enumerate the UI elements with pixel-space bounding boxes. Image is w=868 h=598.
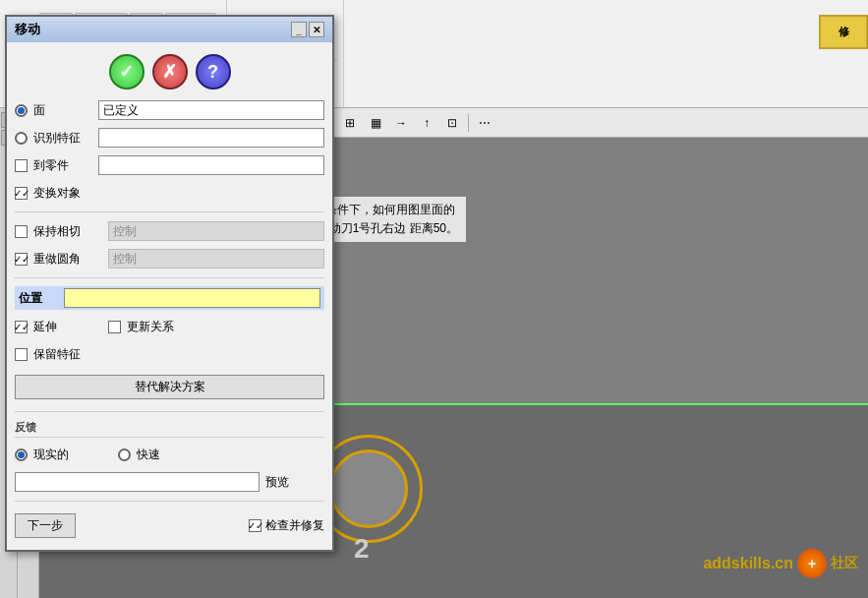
preview-input[interactable] — [15, 472, 260, 492]
dialog-content: ✓ ✗ ? 面 识别特征 到零件 ✓ — [7, 42, 332, 550]
update-rel-checkbox[interactable] — [108, 321, 121, 333]
separator-4 — [15, 501, 324, 502]
special-top-btn[interactable]: 修 — [819, 15, 868, 49]
face-radio[interactable] — [15, 104, 28, 117]
keep-tangent-value: 控制 — [108, 221, 324, 241]
dialog-action-buttons: ✓ ✗ ? — [15, 50, 324, 93]
watermark-text: addskills.cn — [703, 555, 793, 572]
check-fix-label: 检查并修复 — [265, 517, 324, 534]
dialog-title-bar[interactable]: 移动 _ ✕ — [7, 17, 332, 42]
hole-number-2: 2 — [354, 533, 370, 565]
to-part-label: 到零件 — [33, 157, 92, 174]
realistic-radio[interactable] — [15, 448, 28, 461]
identify-label: 识别特征 — [33, 130, 92, 147]
transform-label: 变换对象 — [33, 185, 92, 202]
position-row: 位置 — [15, 286, 324, 310]
preview-row: 预览 — [15, 471, 324, 493]
icon-btn-14[interactable]: → — [389, 112, 413, 134]
icon-btn-12[interactable]: ⊞ — [338, 112, 362, 134]
realistic-label: 现实的 — [33, 447, 92, 463]
identify-input[interactable] — [98, 128, 324, 148]
realistic-row: 现实的 快速 — [15, 444, 324, 465]
keep-feature-row: 保留特征 — [15, 343, 324, 365]
to-part-row: 到零件 — [15, 154, 324, 176]
keep-tangent-label: 保持相切 — [33, 223, 102, 240]
separator-2 — [15, 277, 324, 278]
check-fix-checkbox[interactable]: ✓ — [249, 519, 261, 532]
dialog-bottom: 下一步 ✓ 检查并修复 — [15, 509, 324, 542]
move-dialog: 移动 _ ✕ ✓ ✗ ? 面 识别特征 — [5, 15, 334, 552]
extend-row: ✓ 延伸 更新关系 — [15, 316, 324, 337]
icon-btn-16[interactable]: ⊡ — [440, 112, 464, 134]
extend-label: 延伸 — [33, 319, 83, 335]
help-btn[interactable]: ? — [196, 54, 231, 90]
keep-feature-label: 保留特征 — [33, 346, 92, 363]
transform-checkbox[interactable]: ✓ — [15, 187, 28, 200]
icon-btn-13[interactable]: ▦ — [364, 112, 387, 134]
alt-solution-btn[interactable]: 替代解决方案 — [15, 375, 324, 399]
dialog-minimize-btn[interactable]: _ — [291, 22, 307, 37]
confirm-btn[interactable]: ✓ — [109, 54, 145, 90]
separator-1 — [15, 211, 324, 212]
check-fix-row: ✓ 检查并修复 — [249, 517, 324, 534]
face-row: 面 — [15, 99, 324, 121]
help-icon: ? — [207, 62, 218, 83]
preview-label: 预览 — [265, 474, 324, 491]
dialog-title-text: 移动 — [15, 21, 40, 38]
cancel-icon: ✗ — [162, 61, 177, 83]
separator-3 — [15, 411, 324, 412]
watermark-logo: + — [797, 549, 827, 578]
dialog-close-btn[interactable]: ✕ — [309, 22, 324, 37]
keep-tangent-row: 保持相切 控制 — [15, 220, 324, 242]
keep-feature-checkbox[interactable] — [15, 348, 28, 361]
extend-checkbox[interactable]: ✓ — [15, 321, 28, 333]
feedback-section-label: 反馈 — [15, 420, 324, 438]
fast-radio[interactable] — [118, 448, 131, 461]
hole-right-inner — [329, 449, 408, 528]
redo-fillet-label: 重做圆角 — [33, 251, 102, 268]
update-rel-label: 更新关系 — [127, 319, 186, 335]
redo-fillet-value: 控制 — [108, 249, 324, 269]
keep-tangent-checkbox[interactable] — [15, 225, 28, 238]
transform-row: ✓ 变换对象 — [15, 182, 324, 204]
identify-row: 识别特征 — [15, 127, 324, 149]
watermark-community: 社区 — [831, 555, 858, 572]
position-label: 位置 — [19, 290, 58, 307]
face-label: 面 — [33, 102, 92, 119]
cancel-btn[interactable]: ✗ — [152, 54, 188, 90]
confirm-icon: ✓ — [119, 61, 134, 83]
to-part-input[interactable] — [98, 155, 324, 175]
face-input[interactable] — [98, 100, 324, 120]
next-btn[interactable]: 下一步 — [15, 513, 76, 538]
watermark: addskills.cn + 社区 — [703, 549, 858, 578]
to-part-checkbox[interactable] — [15, 159, 28, 172]
redo-fillet-row: ✓ 重做圆角 控制 — [15, 248, 324, 269]
fast-label: 快速 — [137, 447, 196, 463]
position-input[interactable] — [64, 288, 320, 308]
icon-btn-15[interactable]: ↑ — [415, 112, 438, 134]
icon-sep-3 — [468, 114, 469, 132]
identify-radio[interactable] — [15, 132, 28, 145]
icon-btn-17[interactable]: ⋯ — [473, 112, 496, 134]
redo-fillet-checkbox[interactable]: ✓ — [15, 253, 28, 266]
dialog-title-buttons: _ ✕ — [291, 22, 324, 37]
